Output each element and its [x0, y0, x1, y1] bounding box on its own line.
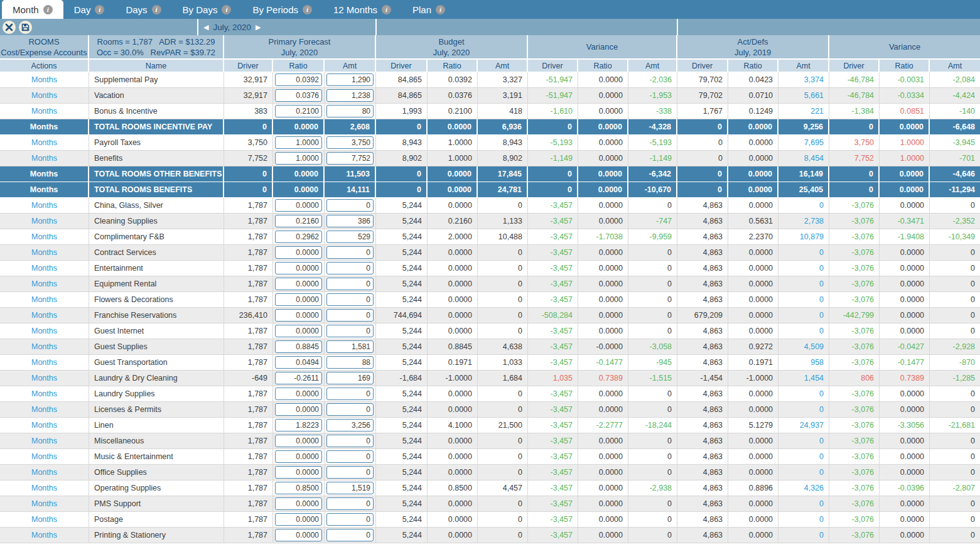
forecast-ratio-input[interactable]: [275, 325, 322, 337]
actual-amt-cell[interactable]: 0: [778, 386, 829, 402]
forecast-amt-input[interactable]: [326, 136, 374, 149]
months-link[interactable]: Months: [31, 248, 57, 257]
actual-amt-cell[interactable]: 5,661: [778, 88, 829, 104]
months-link[interactable]: Months: [31, 389, 57, 398]
months-link[interactable]: Months: [31, 107, 57, 116]
info-icon[interactable]: i: [152, 5, 161, 14]
tab-month[interactable]: Monthi: [2, 0, 63, 19]
actual-amt-cell[interactable]: 0: [778, 261, 829, 276]
months-link[interactable]: Months: [30, 122, 58, 131]
months-link[interactable]: Months: [31, 154, 57, 163]
actual-amt-cell[interactable]: 4,509: [778, 339, 829, 355]
info-icon[interactable]: i: [43, 5, 53, 14]
forecast-ratio-input[interactable]: [275, 246, 322, 259]
forecast-amt-input[interactable]: [326, 388, 374, 400]
actual-amt-cell[interactable]: 0: [778, 308, 829, 323]
months-link[interactable]: Months: [31, 374, 57, 383]
months-link[interactable]: Months: [31, 342, 57, 351]
actual-amt-cell[interactable]: 8,454: [778, 151, 829, 166]
tools-button[interactable]: [3, 21, 16, 34]
months-link[interactable]: Months: [31, 280, 57, 288]
info-icon[interactable]: i: [95, 5, 104, 14]
forecast-amt-input[interactable]: [326, 152, 374, 165]
forecast-amt-input[interactable]: [326, 419, 374, 431]
tab-day[interactable]: Dayi: [63, 0, 116, 19]
tab-plan[interactable]: Plani: [402, 0, 456, 19]
months-link[interactable]: Months: [31, 452, 57, 461]
actual-amt-cell[interactable]: 1,454: [778, 371, 829, 386]
actual-amt-cell[interactable]: 7,695: [778, 135, 829, 151]
months-link[interactable]: Months: [30, 170, 58, 178]
forecast-ratio-input[interactable]: [275, 309, 322, 322]
months-link[interactable]: Months: [31, 437, 57, 445]
forecast-amt-input[interactable]: [326, 105, 374, 117]
forecast-ratio-input[interactable]: [275, 262, 322, 274]
actual-amt-cell[interactable]: 0: [778, 402, 829, 418]
actual-amt-cell[interactable]: 3,374: [778, 72, 829, 88]
forecast-ratio-input[interactable]: [275, 513, 322, 526]
months-link[interactable]: Months: [31, 484, 57, 492]
months-link[interactable]: Months: [31, 264, 57, 273]
months-link[interactable]: Months: [31, 217, 57, 225]
info-icon[interactable]: i: [222, 5, 231, 14]
tab-days[interactable]: Daysi: [115, 0, 171, 19]
actual-amt-cell[interactable]: 0: [778, 496, 829, 512]
forecast-ratio-input[interactable]: [275, 105, 322, 117]
actual-amt-cell[interactable]: 0: [778, 433, 829, 449]
forecast-amt-input[interactable]: [326, 262, 374, 274]
months-link[interactable]: Months: [31, 358, 57, 367]
actual-amt-cell[interactable]: 0: [778, 198, 829, 214]
forecast-ratio-input[interactable]: [275, 231, 322, 243]
actual-amt-cell[interactable]: 2,738: [778, 214, 829, 229]
forecast-amt-input[interactable]: [326, 529, 374, 541]
forecast-amt-input[interactable]: [326, 482, 374, 494]
months-link[interactable]: Months: [31, 138, 57, 147]
forecast-amt-input[interactable]: [326, 450, 374, 463]
forecast-ratio-input[interactable]: [275, 293, 322, 306]
actual-amt-cell[interactable]: 4,326: [778, 480, 829, 496]
info-icon[interactable]: i: [382, 5, 391, 14]
actual-amt-cell[interactable]: 0: [778, 245, 829, 261]
actual-amt-cell[interactable]: 0: [778, 276, 829, 292]
forecast-ratio-input[interactable]: [275, 356, 322, 369]
forecast-ratio-input[interactable]: [275, 215, 322, 227]
forecast-amt-input[interactable]: [326, 199, 374, 212]
months-link[interactable]: Months: [31, 499, 57, 508]
actual-amt-cell[interactable]: 0: [778, 323, 829, 339]
months-link[interactable]: Months: [31, 515, 57, 524]
forecast-amt-input[interactable]: [326, 231, 374, 243]
months-link[interactable]: Months: [31, 75, 57, 84]
forecast-ratio-input[interactable]: [275, 89, 322, 102]
months-link[interactable]: Months: [31, 232, 57, 241]
actual-amt-cell[interactable]: 0: [778, 512, 829, 528]
actual-amt-cell[interactable]: 958: [778, 355, 829, 371]
actual-amt-cell[interactable]: 221: [778, 104, 829, 119]
forecast-ratio-input[interactable]: [275, 403, 322, 416]
forecast-amt-input[interactable]: [326, 466, 374, 479]
tab-12-months[interactable]: 12 Monthsi: [323, 0, 402, 19]
forecast-amt-input[interactable]: [326, 403, 374, 416]
months-link[interactable]: Months: [31, 311, 57, 320]
actual-amt-cell[interactable]: 0: [778, 465, 829, 480]
forecast-amt-input[interactable]: [326, 89, 374, 102]
actual-amt-cell[interactable]: 0: [778, 449, 829, 465]
forecast-amt-input[interactable]: [326, 73, 374, 86]
forecast-amt-input[interactable]: [326, 513, 374, 526]
next-month-arrow[interactable]: ▶: [256, 24, 261, 31]
tab-by-periods[interactable]: By Periodsi: [242, 0, 323, 19]
forecast-ratio-input[interactable]: [275, 497, 322, 510]
forecast-ratio-input[interactable]: [275, 529, 322, 541]
forecast-amt-input[interactable]: [326, 372, 374, 384]
forecast-amt-input[interactable]: [326, 278, 374, 290]
actual-amt-cell[interactable]: 24,937: [778, 418, 829, 433]
forecast-amt-input[interactable]: [326, 435, 374, 447]
forecast-amt-input[interactable]: [326, 293, 374, 306]
save-button[interactable]: [19, 21, 32, 34]
forecast-amt-input[interactable]: [326, 497, 374, 510]
months-link[interactable]: Months: [31, 405, 57, 414]
months-link[interactable]: Months: [31, 531, 57, 540]
months-link[interactable]: Months: [31, 421, 57, 430]
forecast-ratio-input[interactable]: [275, 435, 322, 447]
forecast-ratio-input[interactable]: [275, 136, 322, 149]
months-link[interactable]: Months: [31, 201, 57, 210]
